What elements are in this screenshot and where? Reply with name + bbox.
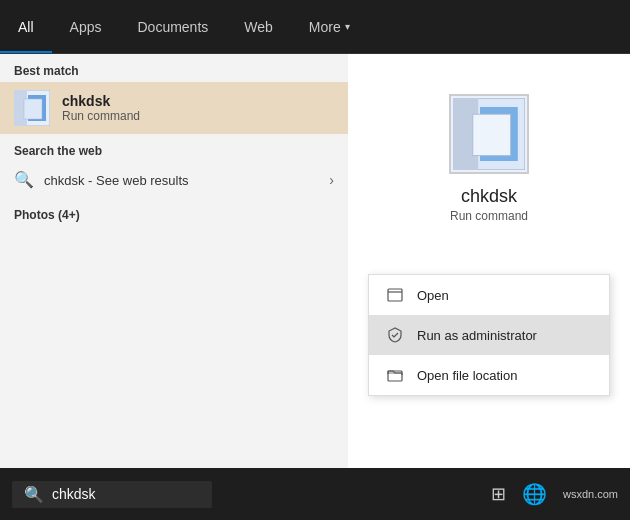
tab-web[interactable]: Web: [226, 0, 291, 53]
svg-rect-3: [24, 99, 42, 119]
tab-documents[interactable]: Documents: [119, 0, 226, 53]
best-match-title: chkdsk: [62, 93, 140, 109]
shield-icon: [385, 325, 405, 345]
left-panel: Best match chkdsk Run command Search the: [0, 54, 348, 520]
taskbar-search[interactable]: 🔍 chkdsk: [12, 481, 212, 508]
search-icon: 🔍: [14, 170, 34, 190]
app-subtitle-large: Run command: [450, 209, 528, 223]
context-menu: Open Run as administrator: [368, 274, 610, 396]
open-label: Open: [417, 288, 449, 303]
web-search-left: 🔍 chkdsk - See web results: [14, 170, 189, 190]
web-search-suffix: - See web results: [84, 173, 188, 188]
taskbar: 🔍 chkdsk ⊞ 🌐 wsxdn.com: [0, 468, 630, 520]
tab-all-label: All: [18, 19, 34, 35]
task-view-icon[interactable]: ⊞: [491, 483, 506, 505]
context-menu-open[interactable]: Open: [369, 275, 609, 315]
best-match-label: Best match: [0, 54, 348, 82]
taskbar-search-text: chkdsk: [52, 486, 96, 502]
tab-more[interactable]: More ▾: [291, 0, 368, 53]
chevron-right-icon: ›: [329, 172, 334, 188]
open-file-location-label: Open file location: [417, 368, 517, 383]
tab-web-label: Web: [244, 19, 273, 35]
best-match-item[interactable]: chkdsk Run command: [0, 82, 348, 134]
web-search-label: Search the web: [0, 134, 348, 162]
taskbar-time: wsxdn.com: [563, 488, 618, 500]
tab-apps[interactable]: Apps: [52, 0, 120, 53]
svg-rect-7: [473, 114, 511, 155]
run-as-admin-label: Run as administrator: [417, 328, 537, 343]
chevron-down-icon: ▾: [345, 21, 350, 32]
content-area: Best match chkdsk Run command Search the: [0, 54, 630, 520]
taskbar-right: ⊞ 🌐 wsxdn.com: [491, 482, 618, 506]
tab-all[interactable]: All: [0, 0, 52, 53]
web-search-query: chkdsk: [44, 173, 84, 188]
edge-icon[interactable]: 🌐: [522, 482, 547, 506]
context-menu-open-file-location[interactable]: Open file location: [369, 355, 609, 395]
app-icon-large: [449, 94, 529, 174]
best-match-subtitle: Run command: [62, 109, 140, 123]
web-search-text: chkdsk - See web results: [44, 173, 189, 188]
taskbar-left: 🔍 chkdsk: [12, 481, 212, 508]
taskbar-search-icon: 🔍: [24, 485, 44, 504]
web-search-item[interactable]: 🔍 chkdsk - See web results ›: [0, 162, 348, 198]
tab-documents-label: Documents: [137, 19, 208, 35]
best-match-text: chkdsk Run command: [62, 93, 140, 123]
app-detail-top: chkdsk Run command: [348, 54, 630, 243]
right-panel: chkdsk Run command Open: [348, 54, 630, 520]
app-icon-chkdsk: [14, 90, 50, 126]
app-name-large: chkdsk: [461, 186, 517, 207]
svg-rect-8: [388, 289, 402, 301]
context-menu-run-as-admin[interactable]: Run as administrator: [369, 315, 609, 355]
tab-apps-label: Apps: [70, 19, 102, 35]
tab-more-label: More: [309, 19, 341, 35]
tab-bar: All Apps Documents Web More ▾: [0, 0, 630, 54]
open-icon: [385, 285, 405, 305]
folder-icon: [385, 365, 405, 385]
photos-label: Photos (4+): [0, 198, 348, 226]
